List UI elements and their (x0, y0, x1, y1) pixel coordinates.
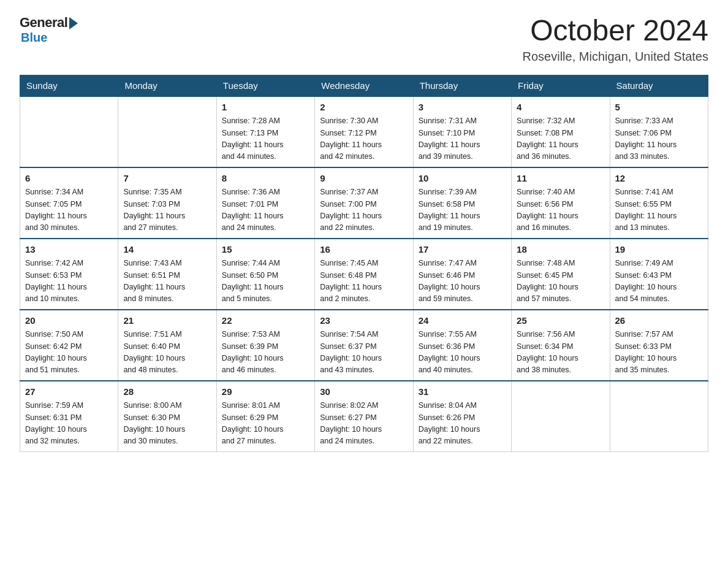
day-number: 14 (123, 243, 211, 257)
calendar-week-row: 1Sunrise: 7:28 AM Sunset: 7:13 PM Daylig… (20, 96, 708, 167)
calendar-cell (610, 381, 708, 452)
calendar-cell: 18Sunrise: 7:48 AM Sunset: 6:45 PM Dayli… (512, 239, 610, 310)
calendar-cell: 26Sunrise: 7:57 AM Sunset: 6:33 PM Dayli… (610, 310, 708, 381)
day-info: Sunrise: 7:39 AM Sunset: 6:58 PM Dayligh… (419, 186, 506, 234)
day-number: 8 (222, 172, 309, 186)
calendar-cell: 31Sunrise: 8:04 AM Sunset: 6:26 PM Dayli… (413, 381, 511, 452)
calendar-cell: 24Sunrise: 7:55 AM Sunset: 6:36 PM Dayli… (413, 310, 511, 381)
calendar-cell: 21Sunrise: 7:51 AM Sunset: 6:40 PM Dayli… (118, 310, 216, 381)
calendar-cell (512, 381, 610, 452)
day-number: 27 (25, 385, 113, 399)
day-number: 4 (517, 101, 604, 115)
day-number: 30 (320, 385, 408, 399)
logo-blue-text: Blue (21, 31, 47, 45)
day-info: Sunrise: 8:04 AM Sunset: 6:26 PM Dayligh… (419, 400, 506, 448)
day-number: 17 (419, 243, 506, 257)
day-number: 5 (615, 101, 703, 115)
day-info: Sunrise: 7:43 AM Sunset: 6:51 PM Dayligh… (123, 258, 211, 305)
calendar-week-row: 20Sunrise: 7:50 AM Sunset: 6:42 PM Dayli… (20, 310, 708, 381)
day-info: Sunrise: 7:28 AM Sunset: 7:13 PM Dayligh… (222, 115, 309, 163)
calendar-cell: 4Sunrise: 7:32 AM Sunset: 7:08 PM Daylig… (512, 96, 610, 167)
day-number: 21 (123, 314, 211, 328)
calendar-cell: 13Sunrise: 7:42 AM Sunset: 6:53 PM Dayli… (20, 239, 118, 310)
logo-general-text: General (20, 15, 67, 31)
weekday-header-wednesday: Wednesday (315, 75, 413, 96)
day-info: Sunrise: 7:30 AM Sunset: 7:12 PM Dayligh… (320, 115, 408, 163)
day-number: 9 (320, 172, 408, 186)
logo: General Blue (20, 15, 78, 45)
day-info: Sunrise: 7:59 AM Sunset: 6:31 PM Dayligh… (25, 400, 113, 448)
calendar-cell (118, 96, 216, 167)
day-info: Sunrise: 7:48 AM Sunset: 6:45 PM Dayligh… (517, 258, 604, 305)
calendar-cell: 11Sunrise: 7:40 AM Sunset: 6:56 PM Dayli… (512, 167, 610, 239)
day-number: 2 (320, 101, 408, 115)
calendar-cell: 5Sunrise: 7:33 AM Sunset: 7:06 PM Daylig… (610, 96, 708, 167)
page-header: General Blue October 2024 Roseville, Mic… (20, 15, 708, 64)
calendar-cell: 29Sunrise: 8:01 AM Sunset: 6:29 PM Dayli… (216, 381, 314, 452)
day-number: 28 (123, 385, 211, 399)
location-subtitle: Roseville, Michigan, United States (523, 50, 708, 64)
calendar-cell: 7Sunrise: 7:35 AM Sunset: 7:03 PM Daylig… (118, 167, 216, 239)
day-number: 7 (123, 172, 211, 186)
calendar-cell: 12Sunrise: 7:41 AM Sunset: 6:55 PM Dayli… (610, 167, 708, 239)
day-number: 6 (25, 172, 113, 186)
day-info: Sunrise: 8:00 AM Sunset: 6:30 PM Dayligh… (123, 400, 211, 448)
calendar-cell: 17Sunrise: 7:47 AM Sunset: 6:46 PM Dayli… (413, 239, 511, 310)
day-info: Sunrise: 7:45 AM Sunset: 6:48 PM Dayligh… (320, 258, 408, 305)
day-info: Sunrise: 7:34 AM Sunset: 7:05 PM Dayligh… (25, 186, 113, 234)
day-info: Sunrise: 7:47 AM Sunset: 6:46 PM Dayligh… (419, 258, 506, 305)
calendar-cell: 14Sunrise: 7:43 AM Sunset: 6:51 PM Dayli… (118, 239, 216, 310)
calendar-cell: 30Sunrise: 8:02 AM Sunset: 6:27 PM Dayli… (315, 381, 413, 452)
weekday-header-sunday: Sunday (20, 75, 118, 96)
day-info: Sunrise: 7:41 AM Sunset: 6:55 PM Dayligh… (615, 186, 703, 234)
day-info: Sunrise: 7:55 AM Sunset: 6:36 PM Dayligh… (419, 329, 506, 377)
day-number: 31 (419, 385, 506, 399)
day-number: 10 (419, 172, 506, 186)
calendar-table: SundayMondayTuesdayWednesdayThursdayFrid… (20, 75, 708, 452)
calendar-cell: 15Sunrise: 7:44 AM Sunset: 6:50 PM Dayli… (216, 239, 314, 310)
day-number: 23 (320, 314, 408, 328)
calendar-cell (20, 96, 118, 167)
day-number: 16 (320, 243, 408, 257)
day-info: Sunrise: 7:56 AM Sunset: 6:34 PM Dayligh… (517, 329, 604, 377)
day-info: Sunrise: 7:49 AM Sunset: 6:43 PM Dayligh… (615, 258, 703, 305)
calendar-cell: 19Sunrise: 7:49 AM Sunset: 6:43 PM Dayli… (610, 239, 708, 310)
day-number: 20 (25, 314, 113, 328)
month-title: October 2024 (523, 15, 708, 47)
day-number: 24 (419, 314, 506, 328)
day-number: 25 (517, 314, 604, 328)
title-block: October 2024 Roseville, Michigan, United… (523, 15, 708, 64)
day-info: Sunrise: 7:40 AM Sunset: 6:56 PM Dayligh… (517, 186, 604, 234)
day-number: 26 (615, 314, 703, 328)
day-info: Sunrise: 8:02 AM Sunset: 6:27 PM Dayligh… (320, 400, 408, 448)
day-number: 3 (419, 101, 506, 115)
day-info: Sunrise: 8:01 AM Sunset: 6:29 PM Dayligh… (222, 400, 309, 448)
day-info: Sunrise: 7:53 AM Sunset: 6:39 PM Dayligh… (222, 329, 309, 377)
day-number: 29 (222, 385, 309, 399)
day-number: 19 (615, 243, 703, 257)
day-number: 13 (25, 243, 113, 257)
calendar-cell: 28Sunrise: 8:00 AM Sunset: 6:30 PM Dayli… (118, 381, 216, 452)
day-info: Sunrise: 7:51 AM Sunset: 6:40 PM Dayligh… (123, 329, 211, 377)
day-info: Sunrise: 7:36 AM Sunset: 7:01 PM Dayligh… (222, 186, 309, 234)
calendar-week-row: 27Sunrise: 7:59 AM Sunset: 6:31 PM Dayli… (20, 381, 708, 452)
day-info: Sunrise: 7:31 AM Sunset: 7:10 PM Dayligh… (419, 115, 506, 163)
calendar-header-row: SundayMondayTuesdayWednesdayThursdayFrid… (20, 75, 708, 96)
calendar-cell: 2Sunrise: 7:30 AM Sunset: 7:12 PM Daylig… (315, 96, 413, 167)
calendar-week-row: 13Sunrise: 7:42 AM Sunset: 6:53 PM Dayli… (20, 239, 708, 310)
weekday-header-tuesday: Tuesday (216, 75, 314, 96)
weekday-header-saturday: Saturday (610, 75, 708, 96)
weekday-header-monday: Monday (118, 75, 216, 96)
day-info: Sunrise: 7:37 AM Sunset: 7:00 PM Dayligh… (320, 186, 408, 234)
calendar-week-row: 6Sunrise: 7:34 AM Sunset: 7:05 PM Daylig… (20, 167, 708, 239)
calendar-cell: 20Sunrise: 7:50 AM Sunset: 6:42 PM Dayli… (20, 310, 118, 381)
calendar-cell: 3Sunrise: 7:31 AM Sunset: 7:10 PM Daylig… (413, 96, 511, 167)
calendar-cell: 16Sunrise: 7:45 AM Sunset: 6:48 PM Dayli… (315, 239, 413, 310)
day-info: Sunrise: 7:54 AM Sunset: 6:37 PM Dayligh… (320, 329, 408, 377)
weekday-header-thursday: Thursday (413, 75, 511, 96)
calendar-cell: 8Sunrise: 7:36 AM Sunset: 7:01 PM Daylig… (216, 167, 314, 239)
day-number: 15 (222, 243, 309, 257)
day-info: Sunrise: 7:35 AM Sunset: 7:03 PM Dayligh… (123, 186, 211, 234)
day-number: 22 (222, 314, 309, 328)
calendar-cell: 10Sunrise: 7:39 AM Sunset: 6:58 PM Dayli… (413, 167, 511, 239)
